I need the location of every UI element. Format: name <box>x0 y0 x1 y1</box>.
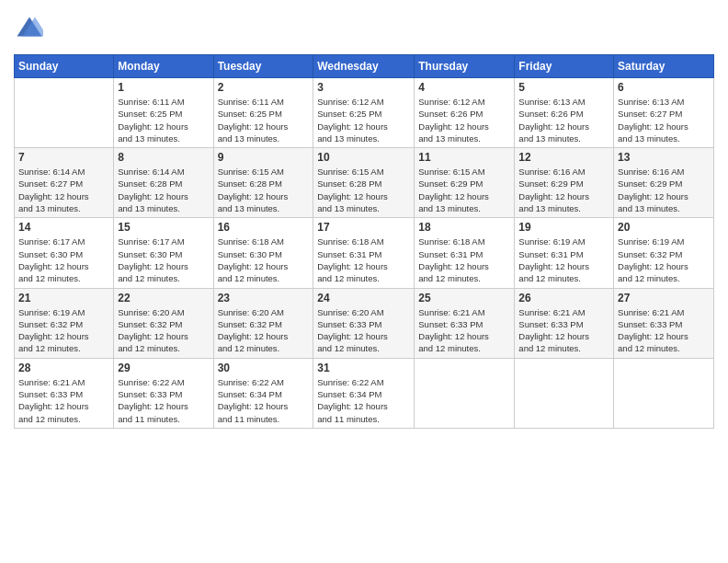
day-number: 26 <box>518 292 609 304</box>
calendar-table: SundayMondayTuesdayWednesdayThursdayFrid… <box>14 54 714 429</box>
calendar-cell: 26Sunrise: 6:21 AMSunset: 6:33 PMDayligh… <box>515 288 614 358</box>
day-number: 18 <box>418 221 510 234</box>
calendar-cell: 10Sunrise: 6:15 AMSunset: 6:28 PMDayligh… <box>313 148 415 218</box>
calendar-cell: 9Sunrise: 6:15 AMSunset: 6:28 PMDaylight… <box>213 148 313 218</box>
calendar-header-row: SundayMondayTuesdayWednesdayThursdayFrid… <box>15 55 714 78</box>
day-info: Sunrise: 6:19 AMSunset: 6:32 PMDaylight:… <box>18 306 109 355</box>
logo <box>14 14 43 45</box>
day-number: 15 <box>118 221 209 234</box>
day-info: Sunrise: 6:21 AMSunset: 6:33 PMDaylight:… <box>18 376 109 425</box>
calendar-cell: 16Sunrise: 6:18 AMSunset: 6:30 PMDayligh… <box>213 218 313 288</box>
day-number: 1 <box>118 81 209 94</box>
day-number: 6 <box>618 81 710 94</box>
calendar-cell: 13Sunrise: 6:16 AMSunset: 6:29 PMDayligh… <box>614 148 714 218</box>
header-tuesday: Tuesday <box>213 55 313 78</box>
header-thursday: Thursday <box>415 55 515 78</box>
calendar-cell <box>15 78 114 148</box>
header-wednesday: Wednesday <box>313 55 415 78</box>
day-number: 22 <box>118 292 209 304</box>
calendar-cell: 30Sunrise: 6:22 AMSunset: 6:34 PMDayligh… <box>213 358 313 428</box>
day-number: 5 <box>518 81 609 94</box>
day-number: 13 <box>618 151 710 164</box>
day-info: Sunrise: 6:13 AMSunset: 6:26 PMDaylight:… <box>518 96 609 144</box>
day-info: Sunrise: 6:15 AMSunset: 6:28 PMDaylight:… <box>317 166 410 214</box>
calendar-cell <box>614 358 714 428</box>
day-info: Sunrise: 6:12 AMSunset: 6:26 PMDaylight:… <box>418 96 510 144</box>
calendar-cell: 2Sunrise: 6:11 AMSunset: 6:25 PMDaylight… <box>213 78 313 148</box>
day-number: 14 <box>18 221 109 234</box>
day-info: Sunrise: 6:22 AMSunset: 6:34 PMDaylight:… <box>317 376 410 425</box>
calendar-cell: 27Sunrise: 6:21 AMSunset: 6:33 PMDayligh… <box>614 288 714 358</box>
day-number: 4 <box>418 81 510 94</box>
day-number: 25 <box>418 292 510 304</box>
calendar-cell: 19Sunrise: 6:19 AMSunset: 6:31 PMDayligh… <box>515 218 614 288</box>
day-info: Sunrise: 6:22 AMSunset: 6:34 PMDaylight:… <box>218 376 310 425</box>
day-number: 12 <box>518 151 609 164</box>
day-number: 20 <box>618 221 710 234</box>
calendar-cell: 29Sunrise: 6:22 AMSunset: 6:33 PMDayligh… <box>114 358 213 428</box>
header-friday: Friday <box>515 55 614 78</box>
day-info: Sunrise: 6:15 AMSunset: 6:29 PMDaylight:… <box>418 166 510 214</box>
day-info: Sunrise: 6:14 AMSunset: 6:27 PMDaylight:… <box>18 166 109 214</box>
day-number: 23 <box>218 292 310 304</box>
day-info: Sunrise: 6:16 AMSunset: 6:29 PMDaylight:… <box>618 166 710 214</box>
day-number: 28 <box>18 362 109 374</box>
day-info: Sunrise: 6:21 AMSunset: 6:33 PMDaylight:… <box>418 306 510 355</box>
calendar-cell <box>515 358 614 428</box>
day-number: 10 <box>317 151 410 164</box>
calendar-cell: 14Sunrise: 6:17 AMSunset: 6:30 PMDayligh… <box>15 218 114 288</box>
day-number: 8 <box>118 151 209 164</box>
calendar-cell: 8Sunrise: 6:14 AMSunset: 6:28 PMDaylight… <box>114 148 213 218</box>
calendar-cell: 22Sunrise: 6:20 AMSunset: 6:32 PMDayligh… <box>114 288 213 358</box>
calendar-cell: 28Sunrise: 6:21 AMSunset: 6:33 PMDayligh… <box>15 358 114 428</box>
day-info: Sunrise: 6:21 AMSunset: 6:33 PMDaylight:… <box>618 306 710 355</box>
calendar-cell: 24Sunrise: 6:20 AMSunset: 6:33 PMDayligh… <box>313 288 415 358</box>
header <box>14 14 714 45</box>
calendar-cell: 4Sunrise: 6:12 AMSunset: 6:26 PMDaylight… <box>415 78 515 148</box>
day-number: 31 <box>317 362 410 374</box>
calendar-cell: 3Sunrise: 6:12 AMSunset: 6:25 PMDaylight… <box>313 78 415 148</box>
calendar-cell: 17Sunrise: 6:18 AMSunset: 6:31 PMDayligh… <box>313 218 415 288</box>
day-info: Sunrise: 6:17 AMSunset: 6:30 PMDaylight:… <box>118 236 209 284</box>
day-info: Sunrise: 6:16 AMSunset: 6:29 PMDaylight:… <box>518 166 609 214</box>
calendar-cell: 21Sunrise: 6:19 AMSunset: 6:32 PMDayligh… <box>15 288 114 358</box>
header-sunday: Sunday <box>15 55 114 78</box>
day-info: Sunrise: 6:13 AMSunset: 6:27 PMDaylight:… <box>618 96 710 144</box>
calendar-cell: 6Sunrise: 6:13 AMSunset: 6:27 PMDaylight… <box>614 78 714 148</box>
day-number: 24 <box>317 292 410 304</box>
day-info: Sunrise: 6:20 AMSunset: 6:33 PMDaylight:… <box>317 306 410 355</box>
calendar-cell: 15Sunrise: 6:17 AMSunset: 6:30 PMDayligh… <box>114 218 213 288</box>
page: SundayMondayTuesdayWednesdayThursdayFrid… <box>0 0 728 563</box>
day-number: 16 <box>218 221 310 234</box>
day-number: 30 <box>218 362 310 374</box>
calendar-cell: 31Sunrise: 6:22 AMSunset: 6:34 PMDayligh… <box>313 358 415 428</box>
calendar-cell: 7Sunrise: 6:14 AMSunset: 6:27 PMDaylight… <box>15 148 114 218</box>
week-row-3: 14Sunrise: 6:17 AMSunset: 6:30 PMDayligh… <box>15 218 714 288</box>
week-row-1: 1Sunrise: 6:11 AMSunset: 6:25 PMDaylight… <box>15 78 714 148</box>
day-number: 9 <box>218 151 310 164</box>
calendar-cell: 11Sunrise: 6:15 AMSunset: 6:29 PMDayligh… <box>415 148 515 218</box>
day-number: 29 <box>118 362 209 374</box>
day-info: Sunrise: 6:12 AMSunset: 6:25 PMDaylight:… <box>317 96 410 144</box>
day-info: Sunrise: 6:11 AMSunset: 6:25 PMDaylight:… <box>218 96 310 144</box>
day-number: 27 <box>618 292 710 304</box>
week-row-4: 21Sunrise: 6:19 AMSunset: 6:32 PMDayligh… <box>15 288 714 358</box>
day-number: 11 <box>418 151 510 164</box>
day-number: 7 <box>18 151 109 164</box>
calendar-cell: 18Sunrise: 6:18 AMSunset: 6:31 PMDayligh… <box>415 218 515 288</box>
calendar-cell: 25Sunrise: 6:21 AMSunset: 6:33 PMDayligh… <box>415 288 515 358</box>
day-info: Sunrise: 6:11 AMSunset: 6:25 PMDaylight:… <box>118 96 209 144</box>
calendar-cell: 5Sunrise: 6:13 AMSunset: 6:26 PMDaylight… <box>515 78 614 148</box>
day-info: Sunrise: 6:19 AMSunset: 6:32 PMDaylight:… <box>618 236 710 284</box>
day-number: 17 <box>317 221 410 234</box>
day-info: Sunrise: 6:14 AMSunset: 6:28 PMDaylight:… <box>118 166 209 214</box>
day-number: 19 <box>518 221 609 234</box>
day-number: 3 <box>317 81 410 94</box>
week-row-5: 28Sunrise: 6:21 AMSunset: 6:33 PMDayligh… <box>15 358 714 428</box>
calendar-cell: 1Sunrise: 6:11 AMSunset: 6:25 PMDaylight… <box>114 78 213 148</box>
day-number: 21 <box>18 292 109 304</box>
day-info: Sunrise: 6:15 AMSunset: 6:28 PMDaylight:… <box>218 166 310 214</box>
day-info: Sunrise: 6:20 AMSunset: 6:32 PMDaylight:… <box>218 306 310 355</box>
calendar-cell <box>415 358 515 428</box>
day-info: Sunrise: 6:18 AMSunset: 6:31 PMDaylight:… <box>418 236 510 284</box>
